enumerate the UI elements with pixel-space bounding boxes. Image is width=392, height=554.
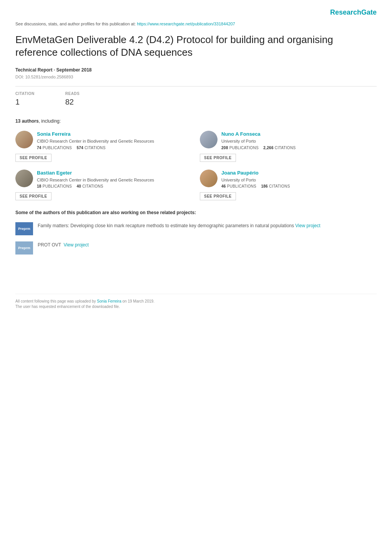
avatar-3 xyxy=(200,170,218,187)
author-card-0: Sonia Ferreira CIBIO Research Center in … xyxy=(15,131,192,162)
publication-link[interactable]: https://www.researchgate.net/publication… xyxy=(137,22,235,26)
author-name-0[interactable]: Sonia Ferreira xyxy=(37,131,154,138)
author-cites-label-0: CITATIONS xyxy=(85,146,106,150)
see-profile-button-3[interactable]: SEE PROFILE xyxy=(200,192,236,200)
author-info-2: Bastian Egeter CIBIO Research Center in … xyxy=(37,170,154,190)
author-inner-0: Sonia Ferreira CIBIO Research Center in … xyxy=(15,131,192,151)
avatar-1 xyxy=(200,131,218,148)
authors-grid: Sonia Ferreira CIBIO Research Center in … xyxy=(15,131,377,200)
see-profile-button-0[interactable]: SEE PROFILE xyxy=(15,154,51,162)
author-card-1: Nuno A Fonseca University of Porto 208 P… xyxy=(200,131,377,162)
citation-label: CITATION xyxy=(15,91,35,96)
author-stats-0: 74 PUBLICATIONS 574 CITATIONS xyxy=(37,145,154,151)
reads-value: 82 xyxy=(65,96,80,107)
author-pubs-2: 18 xyxy=(37,184,42,188)
author-cites-label-3: CITATIONS xyxy=(269,184,290,188)
top-bar: ResearchGate xyxy=(15,8,377,17)
author-stats-1: 208 PUBLICATIONS 2,266 CITATIONS xyxy=(221,145,296,151)
stats-row: CITATION 1 READS 82 xyxy=(15,91,377,112)
author-name-2[interactable]: Bastian Egeter xyxy=(37,170,154,176)
project-text-0: Family matters: Developing close kin mar… xyxy=(38,222,320,229)
brand-logo: ResearchGate xyxy=(330,8,377,17)
author-info-1: Nuno A Fonseca University of Porto 208 P… xyxy=(221,131,296,151)
footer-divider xyxy=(15,294,377,294)
citation-value: 1 xyxy=(15,96,35,107)
author-affiliation-0: CIBIO Research Center in Biodiversity an… xyxy=(37,138,154,144)
footer-line1: All content following this page was uplo… xyxy=(15,299,377,304)
footer-line2: The user has requested enhancement of th… xyxy=(15,304,377,309)
page-title: EnvMetaGen Deliverable 4.2 (D4.2) Protoc… xyxy=(15,33,377,60)
citation-stat: CITATION 1 xyxy=(15,91,35,107)
project-thumb-1: Preprm xyxy=(15,241,33,255)
avatar-2 xyxy=(15,170,33,187)
project-description-1: PROT OVT xyxy=(38,242,61,248)
author-pubs-3: 46 xyxy=(221,184,226,188)
author-info-0: Sonia Ferreira CIBIO Research Center in … xyxy=(37,131,154,151)
author-cites-2: 40 xyxy=(76,184,81,188)
see-discussions-bar: See discussions, stats, and author profi… xyxy=(15,21,377,27)
project-item-0: Preprm Family matters: Developing close … xyxy=(15,222,377,235)
project-thumb-label-0: Preprm xyxy=(18,226,30,231)
author-info-3: Joana Paupério University of Porto 46 PU… xyxy=(221,170,290,190)
project-description-0: Family matters: Developing close kin mar… xyxy=(38,223,294,228)
author-cites-label-1: CITATIONS xyxy=(275,146,296,150)
project-thumb-0: Preprm xyxy=(15,222,33,235)
author-pubs-0: 74 xyxy=(37,146,42,150)
author-affiliation-3: University of Porto xyxy=(221,177,290,183)
see-discussions-text: See discussions, stats, and author profi… xyxy=(15,22,137,26)
author-stats-3: 46 PUBLICATIONS 186 CITATIONS xyxy=(221,184,290,189)
author-pubs-label-0: PUBLICATIONS xyxy=(43,146,72,150)
authors-count-label: 13 authors xyxy=(15,118,39,124)
authors-heading: 13 authors, including: xyxy=(15,118,377,125)
related-projects-heading: Some of the authors of this publication … xyxy=(15,210,377,216)
report-type: Technical Report · September 2018 xyxy=(15,67,377,73)
author-card-3: Joana Paupério University of Porto 46 PU… xyxy=(200,170,377,201)
author-affiliation-1: University of Porto xyxy=(221,138,296,144)
author-inner-1: Nuno A Fonseca University of Porto 208 P… xyxy=(200,131,377,151)
author-pubs-label-2: PUBLICATIONS xyxy=(43,184,72,188)
author-cites-label-2: CITATIONS xyxy=(82,184,103,188)
author-cites-1: 2,266 xyxy=(263,146,274,150)
author-name-3[interactable]: Joana Paupério xyxy=(221,170,290,176)
author-cites-3: 186 xyxy=(261,184,268,188)
project-item-1: Preprm PROT OVT View project xyxy=(15,241,377,255)
page-wrapper: ResearchGate See discussions, stats, and… xyxy=(0,0,392,325)
author-pubs-1: 208 xyxy=(221,146,228,150)
author-inner-3: Joana Paupério University of Porto 46 PU… xyxy=(200,170,377,190)
reads-label: READS xyxy=(65,91,80,96)
author-cites-0: 574 xyxy=(76,146,83,150)
project-link-0[interactable]: View project xyxy=(295,223,320,228)
doi: DOI: 10.5281/zenodo.2586893 xyxy=(15,74,377,80)
author-name-1[interactable]: Nuno A Fonseca xyxy=(221,131,296,138)
project-link-1[interactable]: View project xyxy=(64,242,89,248)
author-pubs-label-3: PUBLICATIONS xyxy=(227,184,256,188)
footer: All content following this page was uplo… xyxy=(15,285,377,309)
author-stats-2: 18 PUBLICATIONS 40 CITATIONS xyxy=(37,184,154,189)
author-inner-2: Bastian Egeter CIBIO Research Center in … xyxy=(15,170,192,190)
avatar-0 xyxy=(15,131,33,148)
footer-uploader[interactable]: Sonia Ferreira xyxy=(97,299,121,303)
project-text-1: PROT OVT View project xyxy=(38,241,89,248)
footer-suffix: on 19 March 2019. xyxy=(121,299,154,303)
see-profile-button-1[interactable]: SEE PROFILE xyxy=(200,154,236,162)
author-pubs-label-1: PUBLICATIONS xyxy=(229,146,259,150)
divider-1 xyxy=(15,86,377,87)
author-card-2: Bastian Egeter CIBIO Research Center in … xyxy=(15,170,192,201)
footer-prefix: All content following this page was uplo… xyxy=(15,299,97,303)
see-profile-button-2[interactable]: SEE PROFILE xyxy=(15,192,51,200)
author-affiliation-2: CIBIO Research Center in Biodiversity an… xyxy=(37,177,154,183)
project-thumb-label-1: Preprm xyxy=(18,246,30,251)
reads-stat: READS 82 xyxy=(65,91,80,107)
